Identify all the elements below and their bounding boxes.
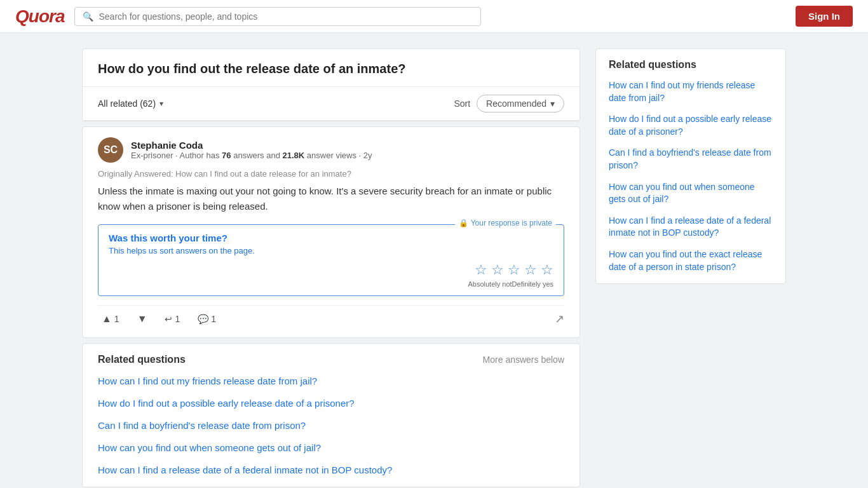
search-icon: 🔍 bbox=[83, 11, 93, 22]
sidebar-title: Related questions bbox=[609, 59, 773, 71]
question-card: How do you find out the release date of … bbox=[82, 48, 580, 121]
search-bar[interactable]: 🔍 bbox=[74, 7, 481, 26]
star-3[interactable]: ☆ bbox=[508, 262, 520, 278]
sign-in-button[interactable]: Sign In bbox=[796, 6, 853, 27]
rating-privacy: 🔒 Your response is private bbox=[455, 219, 556, 227]
comment-icon: 💬 bbox=[198, 314, 208, 324]
sidebar-link-6[interactable]: How can you find out the exact release d… bbox=[609, 248, 773, 273]
author-meta-1: Ex-prisoner · Author has 76 answers and … bbox=[131, 151, 564, 160]
answer-text-1: Unless the inmate is maxing out your not… bbox=[98, 184, 564, 214]
views-count-1: 21.8K bbox=[283, 151, 305, 160]
share-button-1[interactable]: ↩ 1 bbox=[161, 311, 184, 327]
answer-card-1: SC Stephanie Coda Ex-prisoner · Author h… bbox=[82, 126, 580, 338]
avatar-stephanie: SC bbox=[98, 137, 123, 163]
share-icon: ↩ bbox=[165, 314, 172, 324]
author-row-1: SC Stephanie Coda Ex-prisoner · Author h… bbox=[98, 137, 564, 163]
comment-count-1: 1 bbox=[211, 314, 216, 324]
sidebar-link-5[interactable]: How can I find a release date of a feder… bbox=[609, 215, 773, 240]
related-inline-title: Related questions bbox=[98, 354, 186, 365]
all-related-label: All related (62) bbox=[98, 98, 156, 109]
main-layout: How do you find out the release date of … bbox=[72, 48, 796, 488]
sidebar-card: Related questions How can I find out my … bbox=[595, 48, 786, 284]
lock-icon: 🔒 bbox=[459, 219, 468, 227]
sidebar-link-2[interactable]: How do I find out a possible early relea… bbox=[609, 113, 773, 138]
header: Quora 🔍 Sign In bbox=[0, 0, 868, 33]
sidebar-link-4[interactable]: How can you find out when someone gets o… bbox=[609, 181, 773, 206]
related-inline-link-2[interactable]: How do I find out a possible early relea… bbox=[98, 396, 564, 410]
sort-area: Sort Recommended ▾ bbox=[454, 95, 564, 112]
sort-chevron-icon: ▾ bbox=[550, 98, 555, 109]
chevron-down-icon: ▾ bbox=[159, 99, 163, 108]
related-inline-card: Related questions More answers below How… bbox=[82, 343, 580, 487]
answers-toolbar: All related (62) ▾ Sort Recommended ▾ bbox=[83, 87, 580, 121]
answers-count-1: 76 bbox=[222, 151, 231, 160]
rating-subtitle: This helps us sort answers on the page. bbox=[109, 246, 553, 255]
comment-button-1[interactable]: 💬 1 bbox=[194, 311, 220, 327]
star-label-left: Absolutely not bbox=[468, 280, 512, 288]
downvote-button-1[interactable]: ▼ bbox=[133, 311, 151, 327]
rating-box: 🔒 Your response is private Was this wort… bbox=[98, 224, 564, 296]
related-inline-link-4[interactable]: How can you find out when someone gets o… bbox=[98, 441, 564, 454]
share-count-1: 1 bbox=[175, 314, 180, 324]
related-inline-link-5[interactable]: How can I find a release date of a feder… bbox=[98, 463, 564, 477]
star-5[interactable]: ☆ bbox=[541, 262, 553, 278]
more-answers-below: More answers below bbox=[483, 355, 564, 365]
author-info-1: Stephanie Coda Ex-prisoner · Author has … bbox=[131, 140, 564, 160]
quora-logo[interactable]: Quora bbox=[15, 6, 64, 27]
related-inline-link-1[interactable]: How can I find out my friends release da… bbox=[98, 374, 564, 388]
sidebar-link-1[interactable]: How can I find out my friends release da… bbox=[609, 79, 773, 104]
upvote-button-1[interactable]: ▲ 1 bbox=[98, 311, 123, 327]
originally-answered-1: Originally Answered: How can I find out … bbox=[98, 169, 564, 179]
search-input[interactable] bbox=[98, 11, 473, 22]
vote-row-1: ▲ 1 ▼ ↩ 1 💬 1 ↗ bbox=[98, 305, 564, 327]
upvote-count-1: 1 bbox=[114, 314, 119, 324]
upvote-icon: ▲ bbox=[102, 313, 112, 325]
related-inline-link-3[interactable]: Can I find a boyfriend's release date fr… bbox=[98, 419, 564, 432]
external-share-button[interactable]: ↗ bbox=[555, 312, 564, 326]
author-name-1[interactable]: Stephanie Coda bbox=[131, 140, 564, 151]
star-2[interactable]: ☆ bbox=[491, 262, 504, 278]
star-1[interactable]: ☆ bbox=[475, 262, 487, 278]
sidebar-link-3[interactable]: Can I find a boyfriend's release date fr… bbox=[609, 147, 773, 172]
sort-dropdown[interactable]: Recommended ▾ bbox=[477, 95, 564, 112]
question-title: How do you find out the release date of … bbox=[83, 49, 580, 87]
star-label-right: Definitely yes bbox=[512, 280, 553, 288]
star-4[interactable]: ☆ bbox=[524, 262, 537, 278]
all-related-dropdown[interactable]: All related (62) ▾ bbox=[98, 98, 163, 109]
downvote-icon: ▼ bbox=[137, 313, 147, 325]
rating-question: Was this worth your time? bbox=[109, 233, 553, 243]
recommended-label: Recommended bbox=[486, 98, 546, 109]
stars-full-row: ☆ ☆ ☆ ☆ ☆ Absolutely not Definitely yes bbox=[109, 262, 553, 288]
related-inline-header: Related questions More answers below bbox=[98, 354, 564, 365]
center-column: How do you find out the release date of … bbox=[82, 48, 580, 488]
sort-label: Sort bbox=[454, 98, 470, 109]
right-column: Related questions How can I find out my … bbox=[595, 48, 786, 488]
